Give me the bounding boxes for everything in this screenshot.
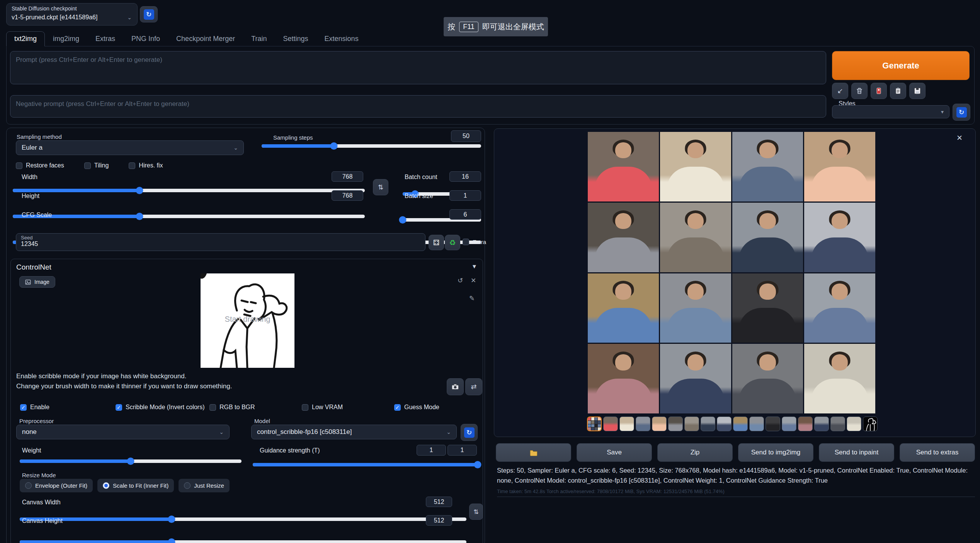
scribble-mode-checkbox[interactable]: [116, 404, 122, 411]
height-slider[interactable]: [13, 215, 365, 218]
send-to-img2img-button[interactable]: Send to img2img: [738, 443, 813, 462]
gallery-image-4[interactable]: [804, 132, 875, 201]
guidance-strength-slider[interactable]: [253, 463, 478, 466]
gallery-image-7[interactable]: [732, 203, 803, 272]
canvas-width-input[interactable]: 512: [426, 497, 452, 507]
thumbnail-controlnet-scribble[interactable]: [863, 417, 878, 431]
close-icon[interactable]: ✕: [956, 133, 963, 142]
restore-faces-checkbox[interactable]: [16, 162, 22, 169]
thumbnail-image-16[interactable]: [847, 417, 861, 431]
send-to-extras-button[interactable]: Send to extras: [900, 443, 975, 462]
resize-envelope-option[interactable]: Envelope (Outer Fit): [20, 479, 93, 492]
canvas-clear-button[interactable]: ✕: [468, 276, 478, 285]
low-vram-checkbox[interactable]: [302, 404, 308, 411]
gallery-image-2[interactable]: [660, 132, 731, 201]
checkpoint-dropdown[interactable]: v1-5-pruned.ckpt [e1441589a6]: [12, 14, 97, 21]
cfg-scale-input[interactable]: 6: [449, 209, 481, 220]
thumbnail-image-10[interactable]: [749, 417, 764, 431]
thumbnail-image-14[interactable]: [814, 417, 829, 431]
thumbnail-image-15[interactable]: [830, 417, 845, 431]
webcam-button[interactable]: [447, 378, 464, 395]
random-seed-button[interactable]: ⚃: [429, 235, 444, 250]
thumbnail-image-6[interactable]: [684, 417, 699, 431]
canvas-brush-button[interactable]: ✎: [467, 294, 477, 303]
rgb-to-bgr-option[interactable]: RGB to BGR: [209, 404, 302, 411]
styles-dropdown[interactable]: ▾: [832, 105, 949, 118]
send-to-inpaint-button[interactable]: Send to inpaint: [819, 443, 894, 462]
gallery-image-14[interactable]: [660, 344, 731, 413]
tab-txt2img[interactable]: txt2img: [6, 31, 45, 46]
controlnet-canvas[interactable]: Start drawing: [201, 273, 294, 368]
apply-style-button[interactable]: [890, 83, 906, 99]
thumbnail-image-4[interactable]: [652, 417, 667, 431]
scribble-mode-option[interactable]: Scribble Mode (Invert colors): [116, 404, 209, 411]
gallery-image-10[interactable]: [660, 273, 731, 343]
canvas-width-slider[interactable]: [20, 517, 466, 521]
guess-mode-checkbox[interactable]: [394, 404, 401, 411]
gallery-image-9[interactable]: [588, 273, 659, 343]
styles-refresh-button[interactable]: ↻: [953, 104, 970, 121]
batch-count-input[interactable]: 16: [449, 171, 481, 182]
tab-settings[interactable]: Settings: [275, 31, 316, 46]
thumbnail-image-7[interactable]: [701, 417, 715, 431]
tab-checkpoint-merger[interactable]: Checkpoint Merger: [168, 31, 243, 46]
resize-scale-to-fit-radio[interactable]: [103, 482, 109, 489]
controlnet-image-tab[interactable]: Image: [19, 276, 55, 288]
model-refresh-button[interactable]: ↻: [461, 424, 478, 441]
guess-mode-option[interactable]: Guess Mode: [394, 404, 439, 411]
gallery-image-8[interactable]: [804, 203, 875, 272]
zip-button[interactable]: Zip: [657, 443, 733, 462]
tab-img2img[interactable]: img2img: [45, 31, 87, 46]
clear-prompt-button[interactable]: [851, 83, 868, 99]
gallery-image-15[interactable]: [732, 344, 803, 413]
gallery-image-16[interactable]: [804, 344, 875, 413]
seed-extra-option[interactable]: Extra: [463, 239, 486, 245]
tab-extensions[interactable]: Extensions: [316, 31, 367, 46]
resize-just-resize-option[interactable]: Just Resize: [179, 479, 230, 492]
tab-extras[interactable]: Extras: [87, 31, 123, 46]
gallery-image-12[interactable]: [804, 273, 875, 343]
controlnet-collapse-caret[interactable]: ▼: [471, 263, 477, 270]
prompt-input[interactable]: [10, 51, 826, 84]
sampling-method-dropdown[interactable]: Euler a ⌄: [16, 140, 244, 155]
batch-size-input[interactable]: 1: [449, 190, 481, 201]
preprocessor-dropdown[interactable]: none ⌄: [16, 425, 230, 439]
checkpoint-refresh-button[interactable]: ↻: [140, 6, 158, 22]
thumbnail-image-1[interactable]: [603, 417, 618, 431]
tab-train[interactable]: Train: [243, 31, 275, 46]
gallery-image-11[interactable]: [732, 273, 803, 343]
canvas-undo-button[interactable]: ↺: [455, 276, 465, 285]
model-dropdown[interactable]: control_scribble-fp16 [c508311e] ⌄: [251, 425, 457, 439]
canvas-height-slider[interactable]: [20, 540, 466, 543]
negative-prompt-input[interactable]: [10, 95, 826, 118]
mirror-button[interactable]: ⇄: [465, 378, 482, 395]
thumbnail-grid-montage[interactable]: [587, 417, 602, 431]
rgb-to-bgr-checkbox[interactable]: [209, 404, 216, 411]
seed-field[interactable]: Seed 12345: [16, 233, 425, 251]
thumbnail-image-11[interactable]: [766, 417, 780, 431]
thumbnail-image-13[interactable]: [798, 417, 813, 431]
hires-fix-option[interactable]: Hires. fix: [129, 162, 163, 169]
sampling-steps-input[interactable]: 50: [451, 130, 481, 142]
resize-scale-to-fit-option[interactable]: Scale to Fit (Inner Fit): [97, 479, 174, 492]
sampling-steps-slider[interactable]: [262, 144, 481, 148]
gallery-image-13[interactable]: [588, 344, 659, 413]
controlnet-enable-option[interactable]: Enable: [20, 404, 116, 411]
weight-input[interactable]: 1: [417, 445, 446, 456]
weight-slider[interactable]: [20, 459, 242, 463]
thumbnail-image-12[interactable]: [782, 417, 796, 431]
tab-png-info[interactable]: PNG Info: [123, 31, 168, 46]
seed-extra-checkbox[interactable]: [463, 239, 469, 245]
height-input[interactable]: 768: [332, 190, 363, 201]
resize-envelope-radio[interactable]: [25, 482, 32, 489]
low-vram-option[interactable]: Low VRAM: [302, 404, 394, 411]
open-folder-button[interactable]: [496, 443, 571, 462]
generate-button[interactable]: Generate: [832, 51, 970, 80]
guidance-strength-input[interactable]: 1: [447, 445, 477, 456]
thumbnail-image-3[interactable]: [636, 417, 650, 431]
reuse-seed-button[interactable]: ♻: [445, 235, 460, 250]
swap-canvas-dims-button[interactable]: ⇅: [469, 504, 483, 520]
thumbnail-image-2[interactable]: [619, 417, 634, 431]
gallery-image-6[interactable]: [660, 203, 731, 272]
width-slider[interactable]: [13, 189, 365, 192]
